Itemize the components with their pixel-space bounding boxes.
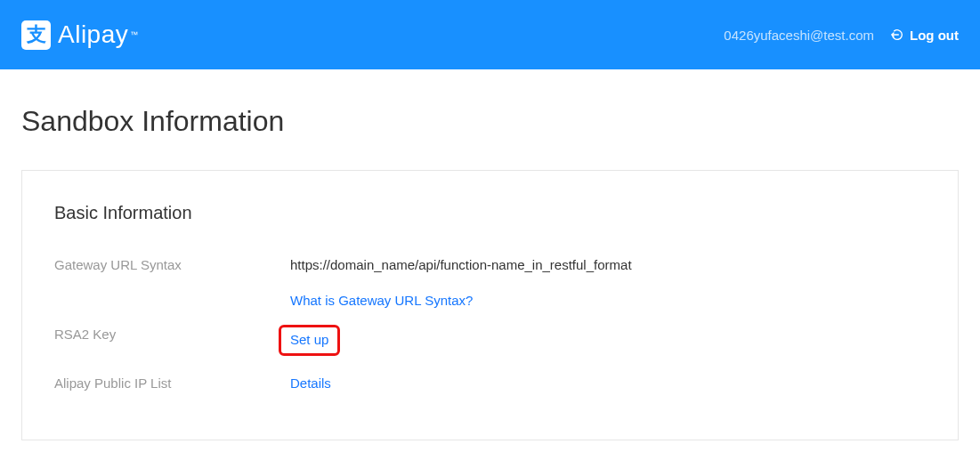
section-title-basic: Basic Information [54,203,926,223]
top-header: 支 Alipay™ 0426yufaceshi@test.com Log out [0,0,980,69]
page-content: Sandbox Information Basic Information Ga… [0,69,980,440]
brand-tm: ™ [130,30,138,39]
page-title: Sandbox Information [21,105,959,138]
gateway-url-value: https://domain_name/api/function-name_in… [290,255,632,275]
basic-info-card: Basic Information Gateway URL Syntax htt… [21,170,959,440]
rsa2-value-col: Set up [290,325,340,356]
ip-list-details-link[interactable]: Details [290,374,331,393]
field-row-ip-list: Alipay Public IP List Details [54,374,926,393]
rsa2-setup-link[interactable]: Set up [290,332,328,347]
gateway-help-link[interactable]: What is Gateway URL Syntax? [290,291,632,311]
ip-list-label: Alipay Public IP List [54,374,290,393]
setup-highlight-box: Set up [279,325,340,356]
logout-label: Log out [910,28,959,43]
brand-name: Alipay [58,20,128,48]
field-row-rsa2: RSA2 Key Set up [54,325,926,356]
user-email[interactable]: 0426yufaceshi@test.com [724,28,874,43]
gateway-label: Gateway URL Syntax [54,255,290,275]
brand-name-wrapper: Alipay™ [58,20,138,49]
rsa2-label: RSA2 Key [54,325,290,344]
logout-button[interactable]: Log out [890,28,959,43]
alipay-logo-icon: 支 [21,20,51,50]
field-row-gateway: Gateway URL Syntax https://domain_name/a… [54,255,926,311]
header-right: 0426yufaceshi@test.com Log out [724,28,959,43]
ip-list-value-col: Details [290,374,331,393]
logout-icon [890,28,904,42]
gateway-value-col: https://domain_name/api/function-name_in… [290,255,632,311]
brand-logo[interactable]: 支 Alipay™ [21,20,138,50]
